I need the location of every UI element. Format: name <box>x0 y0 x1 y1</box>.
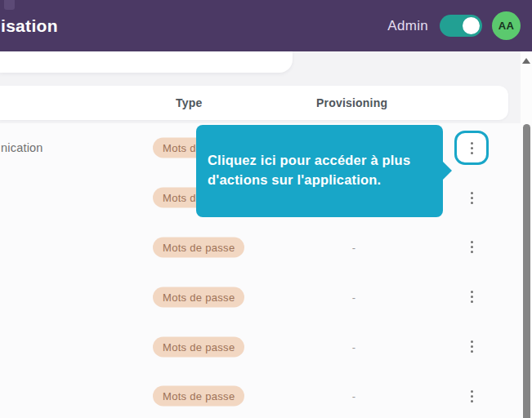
admin-label: Admin <box>387 18 428 34</box>
kebab-menu-icon <box>471 291 473 303</box>
admin-mode-toggle[interactable] <box>440 15 482 37</box>
tooltip-arrow-icon <box>442 161 452 180</box>
provisioning-value: - <box>347 340 360 353</box>
row-actions-button[interactable] <box>462 386 481 406</box>
type-badge: Mots de passe <box>153 287 244 307</box>
tooltip-text: Cliquez ici pour accéder à plus d'action… <box>208 153 410 186</box>
table-header: Type Provisioning <box>0 86 508 120</box>
header-right-controls: Admin AA <box>387 0 521 51</box>
kebab-menu-icon <box>471 192 473 204</box>
toggle-knob <box>463 17 480 34</box>
kebab-menu-icon <box>471 390 473 402</box>
app-header-bar: isation Admin AA <box>0 0 532 51</box>
app-window: isation Admin AA Type Provisioning nicat… <box>0 0 532 418</box>
row-actions-button[interactable] <box>462 238 481 257</box>
avatar[interactable]: AA <box>492 11 521 40</box>
row-actions-button[interactable] <box>462 287 481 307</box>
column-header-provisioning: Provisioning <box>316 96 387 109</box>
page-title: isation <box>1 0 58 51</box>
type-badge: Mots de passe <box>153 237 244 257</box>
coachmark-tooltip: Cliquez ici pour accéder à plus d'action… <box>196 125 443 217</box>
row-actions-button[interactable] <box>462 337 481 357</box>
app-name: nication <box>1 141 43 154</box>
type-badge: Mots de passe <box>153 336 244 357</box>
provisioning-value: - <box>347 390 360 402</box>
provisioning-value: - <box>347 291 360 303</box>
kebab-menu-icon <box>471 142 473 154</box>
provisioning-value: - <box>347 241 360 253</box>
table-row: Mots de passe - <box>0 223 521 273</box>
vertical-scrollbar <box>521 51 532 418</box>
table-row: Mots de passe - <box>0 371 521 418</box>
up-arrow-icon[interactable] <box>522 58 530 64</box>
scrollbar-thumb[interactable] <box>523 124 530 418</box>
kebab-menu-icon <box>471 241 473 253</box>
kebab-menu-icon <box>471 340 473 353</box>
search-bar-partial[interactable] <box>0 51 293 73</box>
table-row: Mots de passe - <box>0 322 521 371</box>
table-row: Mots de passe - <box>0 272 521 322</box>
row-actions-button[interactable] <box>462 188 481 207</box>
type-badge: Mots de passe <box>153 386 244 407</box>
column-header-type: Type <box>176 96 202 109</box>
highlighted-actions-button[interactable] <box>454 131 489 165</box>
